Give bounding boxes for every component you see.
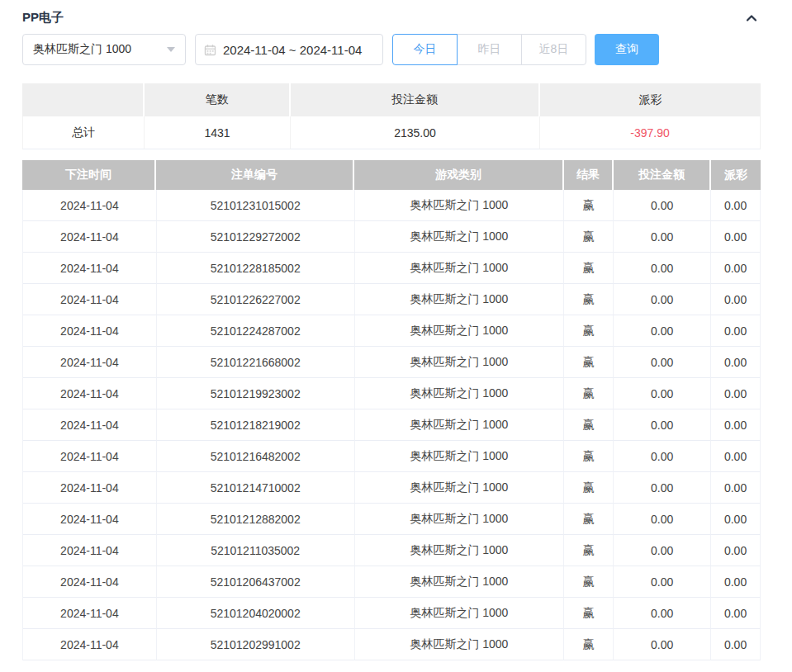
chevron-up-icon	[744, 11, 759, 26]
result-cell: 赢	[564, 504, 614, 535]
payout-cell: 0.00	[711, 409, 761, 441]
game-type-cell: 奥林匹斯之门 1000	[355, 253, 565, 284]
result-cell: 赢	[564, 347, 614, 378]
game-type-cell: 奥林匹斯之门 1000	[355, 566, 565, 598]
bet-table: 下注时间 注单编号 游戏类别 结果 投注金额 派彩 2024-11-045210…	[22, 160, 761, 660]
bet-amount-cell: 0.00	[614, 504, 711, 535]
payout-cell: 0.00	[711, 535, 761, 566]
bet-amount-cell: 0.00	[614, 221, 711, 253]
bet-id-cell: 52101202991002	[157, 629, 355, 660]
table-row: 2024-11-0452101212882002奥林匹斯之门 1000赢0.00…	[22, 504, 761, 535]
date-range-value: 2024-11-04 ~ 2024-11-04	[223, 43, 362, 57]
result-cell: 赢	[564, 315, 614, 347]
table-row: 2024-11-0452101214710002奥林匹斯之门 1000赢0.00…	[22, 472, 761, 504]
game-type-cell: 奥林匹斯之门 1000	[355, 190, 565, 221]
bet-amount-cell: 0.00	[614, 253, 711, 284]
header-bet-amount: 投注金额	[614, 160, 711, 190]
table-row: 2024-11-0452101228185002奥林匹斯之门 1000赢0.00…	[22, 253, 761, 284]
bet-id-cell: 52101228185002	[157, 253, 355, 284]
game-type-cell: 奥林匹斯之门 1000	[355, 347, 565, 378]
summary-header-payout: 派彩	[540, 83, 761, 116]
result-cell: 赢	[564, 566, 614, 598]
bet-id-cell: 52101211035002	[157, 535, 355, 566]
game-select-value: 奥林匹斯之门 1000	[33, 42, 167, 57]
page-title: PP电子	[22, 10, 64, 26]
bet-amount-cell: 0.00	[614, 472, 711, 504]
bet-id-cell: 52101206437002	[157, 566, 355, 598]
header-bet-id: 注单编号	[156, 160, 354, 190]
pp-electronic-panel: PP电子 奥林匹斯之门 1000 2024-11-04 ~	[0, 0, 792, 672]
bet-amount-cell: 0.00	[614, 347, 711, 378]
bet-id-cell: 52101226227002	[157, 284, 355, 315]
payout-cell: 0.00	[711, 347, 761, 378]
today-button[interactable]: 今日	[392, 34, 458, 65]
result-cell: 赢	[564, 409, 614, 441]
bet-time-cell: 2024-11-04	[23, 535, 157, 566]
table-row: 2024-11-0452101229272002奥林匹斯之门 1000赢0.00…	[22, 221, 761, 253]
summary-count-value: 1431	[145, 116, 291, 149]
bet-amount-cell: 0.00	[614, 598, 711, 629]
header-result: 结果	[564, 160, 614, 190]
game-select[interactable]: 奥林匹斯之门 1000	[22, 34, 186, 65]
summary-header-empty	[22, 83, 145, 116]
summary-table: 笔数 投注金额 派彩 总计 1431 2135.00 -397.90	[22, 83, 761, 149]
result-cell: 赢	[564, 441, 614, 472]
bet-time-cell: 2024-11-04	[23, 409, 157, 441]
table-row: 2024-11-0452101221668002奥林匹斯之门 1000赢0.00…	[22, 347, 761, 378]
game-type-cell: 奥林匹斯之门 1000	[355, 315, 565, 347]
yesterday-button[interactable]: 昨日	[457, 34, 522, 65]
bet-amount-cell: 0.00	[614, 190, 711, 221]
table-row: 2024-11-0452101219923002奥林匹斯之门 1000赢0.00…	[22, 378, 761, 409]
calendar-icon	[204, 44, 216, 56]
bet-id-cell: 52101221668002	[157, 347, 355, 378]
date-range-input[interactable]: 2024-11-04 ~ 2024-11-04	[195, 34, 383, 65]
bet-id-cell: 52101219923002	[157, 378, 355, 409]
bet-time-cell: 2024-11-04	[23, 441, 157, 472]
payout-cell: 0.00	[711, 315, 761, 347]
bet-id-cell: 52101224287002	[157, 315, 355, 347]
table-row: 2024-11-0452101224287002奥林匹斯之门 1000赢0.00…	[22, 315, 761, 347]
game-type-cell: 奥林匹斯之门 1000	[355, 598, 565, 629]
game-type-cell: 奥林匹斯之门 1000	[355, 221, 565, 253]
payout-cell: 0.00	[711, 629, 761, 660]
bet-id-cell: 52101229272002	[157, 221, 355, 253]
bet-time-cell: 2024-11-04	[23, 221, 157, 253]
query-button[interactable]: 查询	[595, 34, 659, 65]
bet-time-cell: 2024-11-04	[23, 504, 157, 535]
result-cell: 赢	[564, 284, 614, 315]
payout-cell: 0.00	[711, 221, 761, 253]
result-cell: 赢	[564, 472, 614, 504]
bet-amount-cell: 0.00	[614, 315, 711, 347]
table-row: 2024-11-0452101231015002奥林匹斯之门 1000赢0.00…	[22, 190, 761, 221]
summary-header-count: 笔数	[145, 83, 291, 116]
table-row: 2024-11-0452101216482002奥林匹斯之门 1000赢0.00…	[22, 441, 761, 472]
collapse-button[interactable]	[742, 9, 761, 27]
bet-time-cell: 2024-11-04	[23, 284, 157, 315]
table-row: 2024-11-0452101211035002奥林匹斯之门 1000赢0.00…	[22, 535, 761, 566]
bet-time-cell: 2024-11-04	[23, 347, 157, 378]
bet-id-cell: 52101218219002	[157, 409, 355, 441]
summary-total-row: 总计 1431 2135.00 -397.90	[22, 116, 761, 149]
bet-time-cell: 2024-11-04	[23, 378, 157, 409]
bet-time-cell: 2024-11-04	[23, 190, 157, 221]
quick-date-button-group: 今日 昨日 近8日	[392, 34, 586, 65]
result-cell: 赢	[564, 378, 614, 409]
game-type-cell: 奥林匹斯之门 1000	[355, 472, 565, 504]
payout-cell: 0.00	[711, 190, 761, 221]
payout-cell: 0.00	[711, 566, 761, 598]
table-row: 2024-11-0452101202991002奥林匹斯之门 1000赢0.00…	[22, 629, 761, 660]
game-type-cell: 奥林匹斯之门 1000	[355, 629, 565, 660]
result-cell: 赢	[564, 629, 614, 660]
bet-amount-cell: 0.00	[614, 284, 711, 315]
result-cell: 赢	[564, 598, 614, 629]
bet-amount-cell: 0.00	[614, 535, 711, 566]
result-cell: 赢	[564, 221, 614, 253]
table-row: 2024-11-0452101206437002奥林匹斯之门 1000赢0.00…	[22, 566, 761, 598]
bet-id-cell: 52101231015002	[157, 190, 355, 221]
table-row: 2024-11-0452101218219002奥林匹斯之门 1000赢0.00…	[22, 409, 761, 441]
last-8-days-button[interactable]: 近8日	[521, 34, 586, 65]
result-cell: 赢	[564, 190, 614, 221]
chevron-down-icon	[167, 47, 175, 52]
bet-time-cell: 2024-11-04	[23, 253, 157, 284]
summary-total-label: 总计	[22, 116, 145, 149]
